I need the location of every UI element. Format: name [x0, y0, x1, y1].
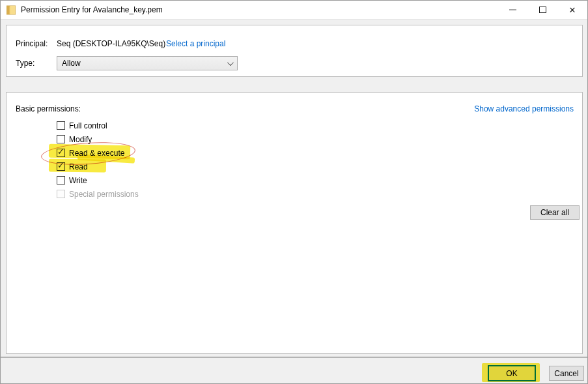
basic-permissions-panel: Basic permissions: Show advanced permiss… [6, 92, 583, 354]
close-button[interactable]: ✕ [557, 1, 587, 19]
permission-label: Read & execute [69, 149, 124, 158]
permission-row-read[interactable]: ✓ Read [57, 160, 139, 173]
file-permissions-icon [7, 5, 16, 15]
type-label: Type: [16, 59, 35, 68]
permission-label: Read [69, 162, 88, 171]
clear-all-button[interactable]: Clear all [530, 205, 580, 220]
minimize-icon [509, 9, 516, 10]
write-checkbox[interactable]: ✓ [57, 176, 65, 185]
show-advanced-permissions-link[interactable]: Show advanced permissions [474, 104, 574, 113]
ok-button[interactable]: OK [488, 365, 536, 381]
permission-entry-dialog: Permission Entry for Avalanche_key.pem ✕… [0, 0, 588, 384]
type-dropdown-value: Allow [62, 59, 227, 68]
maximize-icon [539, 7, 546, 13]
window-controls: ✕ [497, 1, 587, 19]
close-icon: ✕ [569, 6, 576, 14]
maximize-button[interactable] [527, 1, 557, 19]
select-principal-link[interactable]: Select a principal [166, 39, 225, 48]
permission-row-write[interactable]: ✓ Write [57, 173, 139, 187]
special-permissions-checkbox: ✓ [57, 190, 65, 198]
permission-row-read-execute[interactable]: ✓ Read & execute [57, 146, 139, 160]
checkmark-icon: ✓ [57, 161, 64, 170]
minimize-button[interactable] [497, 1, 527, 19]
type-dropdown[interactable]: Allow [57, 56, 238, 70]
permission-list: ✓ Full control ✓ Modify ✓ Read & execute… [57, 119, 139, 201]
modify-checkbox[interactable]: ✓ [57, 135, 65, 143]
read-execute-checkbox[interactable]: ✓ [57, 149, 65, 157]
permission-row-modify[interactable]: ✓ Modify [57, 132, 139, 146]
chevron-down-icon [227, 59, 234, 66]
cancel-button[interactable]: Cancel [549, 366, 584, 381]
window-title: Permission Entry for Avalanche_key.pem [21, 5, 163, 14]
permission-row-special-permissions: ✓ Special permissions [57, 187, 139, 201]
permission-label: Full control [69, 121, 107, 130]
read-checkbox[interactable]: ✓ [57, 162, 65, 171]
permission-row-full-control[interactable]: ✓ Full control [57, 119, 139, 132]
basic-permissions-label: Basic permissions: [16, 104, 81, 113]
full-control-checkbox[interactable]: ✓ [57, 121, 65, 130]
principal-label: Principal: [16, 39, 48, 48]
checkmark-icon: ✓ [57, 147, 64, 156]
principal-value: Seq (DESKTOP-ILA95KQ\Seq) [57, 39, 165, 48]
principal-type-panel: Principal: Seq (DESKTOP-ILA95KQ\Seq) Sel… [6, 25, 583, 77]
permission-label: Special permissions [69, 190, 139, 199]
permission-label: Modify [69, 135, 92, 144]
title-bar: Permission Entry for Avalanche_key.pem ✕ [1, 1, 587, 20]
permission-label: Write [69, 176, 87, 185]
